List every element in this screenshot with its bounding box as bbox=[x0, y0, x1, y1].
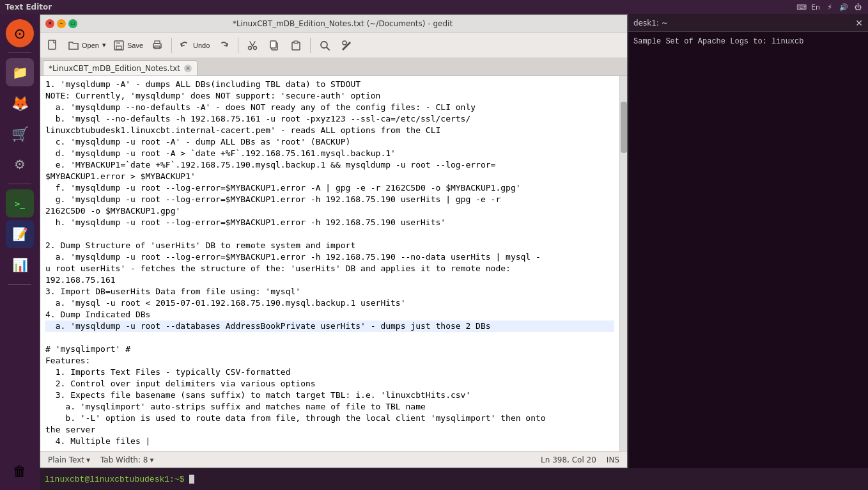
code-line: 1. Imports Text Files - typically CSV-fo… bbox=[45, 367, 614, 378]
code-line: 1. 'mysqldump -A' - dumps ALL DBs(includ… bbox=[45, 79, 614, 90]
cut-icon bbox=[246, 39, 259, 52]
code-line: g. 'mysqldump -u root --log-error=$MYBAC… bbox=[45, 194, 614, 205]
new-button[interactable] bbox=[43, 35, 63, 56]
tab-close-button[interactable]: ✕ bbox=[184, 65, 192, 72]
dock-item-software[interactable]: 🛒 bbox=[6, 120, 34, 148]
code-line: f. 'mysqldump -u root --log-error=$MYBAC… bbox=[45, 182, 614, 194]
open-icon bbox=[67, 39, 80, 52]
en-label[interactable]: En bbox=[810, 2, 821, 12]
cut-button[interactable] bbox=[242, 35, 263, 56]
editor-area: 1. 'mysqldump -A' - dumps ALL DBs(includ… bbox=[40, 76, 627, 451]
dock-divider bbox=[8, 52, 31, 53]
code-line: linuxcbtubudesk1.linuxcbt.internal-cacer… bbox=[45, 125, 614, 136]
print-icon bbox=[151, 39, 164, 52]
open-button[interactable]: Open ▾ bbox=[65, 35, 109, 56]
right-panel-title: desk1: ~ bbox=[633, 19, 668, 28]
code-editor[interactable]: 1. 'mysqldump -A' - dumps ALL DBs(includ… bbox=[40, 76, 619, 451]
tab-width-selector[interactable]: Tab Width: 8 ▾ bbox=[98, 454, 157, 466]
text-editor-icon: 📝 bbox=[8, 223, 31, 246]
maximize-button[interactable]: □ bbox=[68, 19, 77, 28]
code-line: NOTE: Currently, 'mysqldump' does NOT su… bbox=[45, 90, 614, 102]
minimize-button[interactable]: − bbox=[57, 19, 66, 28]
toolbar-separator-2 bbox=[238, 38, 238, 53]
title-bar: ✕ − □ *LinuxCBT_mDB_Edition_Notes.txt (~… bbox=[40, 15, 627, 33]
dock-item-trash[interactable]: 🗑 bbox=[6, 457, 34, 485]
svg-point-15 bbox=[343, 41, 346, 45]
dock-item-spreadsheet[interactable]: 📊 bbox=[6, 251, 34, 279]
scrollbar-thumb[interactable] bbox=[621, 102, 627, 153]
redo-button[interactable] bbox=[213, 35, 234, 56]
tools-button[interactable] bbox=[336, 35, 357, 56]
copy-button[interactable] bbox=[264, 35, 284, 56]
undo-button[interactable]: Undo bbox=[176, 35, 212, 56]
code-line bbox=[45, 228, 614, 240]
svg-rect-3 bbox=[116, 46, 121, 49]
terminal-icon: >_ bbox=[8, 192, 31, 215]
tab-width-label: Tab Width: 8 bbox=[100, 455, 148, 464]
print-button[interactable] bbox=[147, 35, 167, 56]
toolbar-separator-3 bbox=[310, 38, 311, 53]
toolbar: Open ▾ Save Undo bbox=[40, 33, 627, 58]
status-bar: Plain Text ▾ Tab Width: 8 ▾ Ln 398, Col … bbox=[40, 451, 627, 468]
gedit-window: ✕ − □ *LinuxCBT_mDB_Edition_Notes.txt (~… bbox=[40, 14, 628, 468]
power-icon: ⏻ bbox=[853, 2, 863, 12]
code-line: 2. Control over input delimiters via var… bbox=[45, 378, 614, 390]
svg-rect-2 bbox=[116, 41, 120, 44]
system-tray: ⌨ En ⚡ 🔊 ⏻ bbox=[796, 2, 863, 12]
bottom-terminal: linuxcbt@linuxcbtubudesk1:~$ bbox=[40, 468, 868, 490]
tools-icon bbox=[340, 39, 353, 52]
dock-divider-3 bbox=[8, 284, 31, 285]
editor-content[interactable]: 1. 'mysqldump -A' - dumps ALL DBs(includ… bbox=[40, 76, 619, 451]
code-line: a. 'mysqldump -u root --log-error=$MYBAC… bbox=[45, 251, 614, 263]
find-button[interactable] bbox=[314, 35, 335, 56]
terminal-separator bbox=[184, 475, 189, 484]
code-line: u root userHits' - fetches the structure… bbox=[45, 263, 614, 274]
files-icon: 📁 bbox=[8, 61, 31, 84]
ubuntu-home-button[interactable]: ⊙ bbox=[6, 19, 34, 47]
dock-item-terminal[interactable]: >_ bbox=[6, 189, 34, 217]
right-panel-header: desk1: ~ ✕ bbox=[628, 14, 868, 32]
app-title: Text Editor bbox=[5, 3, 52, 12]
dock-item-settings[interactable]: ⚙ bbox=[6, 150, 34, 178]
paste-button[interactable] bbox=[286, 35, 306, 56]
close-button[interactable]: ✕ bbox=[45, 19, 54, 28]
code-line: $MYBACKUP1.error > $MYBACKUP1' bbox=[45, 171, 614, 182]
cursor-position: Ln 398, Col 20 bbox=[538, 454, 599, 466]
bluetooth-icon: ⚡ bbox=[825, 2, 835, 12]
ins-label: INS bbox=[607, 455, 619, 464]
save-label: Save bbox=[127, 42, 143, 49]
insert-mode: INS bbox=[604, 454, 622, 466]
spreadsheet-icon: 📊 bbox=[8, 253, 31, 276]
save-button[interactable]: Save bbox=[110, 35, 146, 56]
code-line: 2. Dump Structure of 'userHits' DB to re… bbox=[45, 240, 614, 251]
plain-text-selector[interactable]: Plain Text ▾ bbox=[45, 454, 93, 466]
open-dropdown-arrow[interactable]: ▾ bbox=[102, 41, 106, 49]
scrollbar[interactable] bbox=[619, 76, 627, 451]
svg-rect-6 bbox=[155, 46, 160, 49]
tab-width-dropdown[interactable]: ▾ bbox=[150, 455, 153, 464]
code-line: b. 'mysql --no-defaults -h 192.168.75.16… bbox=[45, 113, 614, 125]
code-line: 4. Multiple files | bbox=[45, 436, 614, 447]
editor-tab[interactable]: *LinuxCBT_mDB_Edition_Notes.txt ✕ bbox=[43, 60, 198, 75]
svg-rect-5 bbox=[155, 41, 160, 43]
code-line: a. 'mysqldump --no-defaults -A' - does N… bbox=[45, 102, 614, 113]
code-line: # 'mysqlimport' # bbox=[45, 344, 614, 355]
dock-item-files[interactable]: 📁 bbox=[6, 58, 34, 86]
ubuntu-icon: ⊙ bbox=[8, 22, 31, 45]
code-line bbox=[45, 332, 614, 344]
dock-item-browser[interactable]: 🦊 bbox=[6, 89, 34, 117]
right-panel-text: Sample Set of Apache Logs to: linuxcb bbox=[633, 37, 803, 46]
code-line: e. 'MYBACKUP1=`date +%F`.192.168.75.190.… bbox=[45, 159, 614, 171]
copy-icon bbox=[268, 39, 281, 52]
software-icon: 🛒 bbox=[8, 122, 31, 145]
plain-text-dropdown[interactable]: ▾ bbox=[86, 455, 90, 464]
dock-item-text-editor[interactable]: 📝 bbox=[6, 220, 34, 248]
svg-point-8 bbox=[254, 46, 257, 49]
panel-close-button[interactable]: ✕ bbox=[855, 18, 863, 28]
dock-divider-2 bbox=[8, 184, 31, 184]
settings-icon: ⚙ bbox=[8, 153, 31, 176]
svg-rect-0 bbox=[49, 40, 56, 49]
undo-icon bbox=[178, 39, 191, 52]
position-label: Ln 398, Col 20 bbox=[541, 455, 596, 464]
code-line: 192.168.75.161 bbox=[45, 274, 614, 286]
